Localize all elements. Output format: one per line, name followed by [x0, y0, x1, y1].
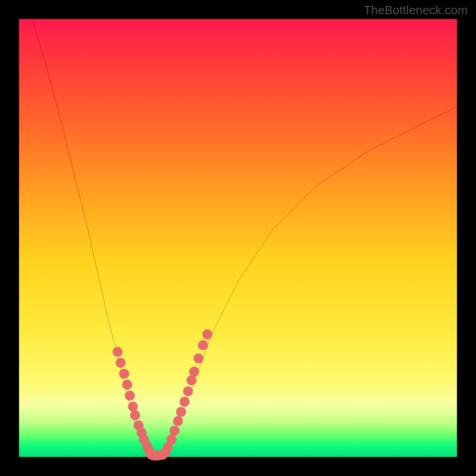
plot-area: [19, 19, 457, 457]
scatter-dots-group: [112, 329, 212, 460]
scatter-dot: [173, 416, 183, 426]
scatter-dot: [125, 390, 135, 400]
curve-line: [32, 19, 151, 455]
watermark-text: TheBottleneck.com: [364, 4, 468, 17]
scatter-dot: [115, 358, 126, 368]
scatter-dot: [176, 407, 186, 417]
scatter-dot: [167, 434, 177, 444]
scatter-dot: [187, 375, 197, 386]
scatter-dot: [183, 386, 193, 396]
scatter-dot: [170, 425, 180, 436]
chart-svg: [19, 19, 457, 457]
curve-line: [164, 107, 457, 455]
curve-lines-group: [32, 19, 457, 455]
chart-frame: TheBottleneck.com: [0, 0, 476, 476]
scatter-dot: [128, 402, 138, 412]
scatter-dot: [119, 369, 129, 379]
scatter-dot: [112, 347, 123, 357]
scatter-dot: [193, 353, 203, 364]
scatter-dot: [198, 340, 208, 350]
scatter-dot: [180, 397, 190, 407]
scatter-dot: [122, 380, 132, 390]
scatter-dot: [130, 411, 140, 421]
scatter-dot: [202, 329, 212, 339]
scatter-dot: [189, 367, 199, 377]
